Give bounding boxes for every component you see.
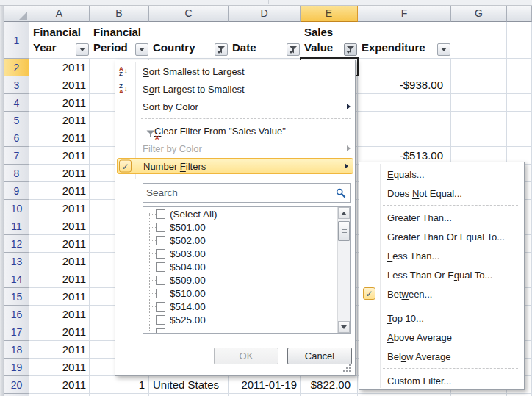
row-header-11[interactable]: 11 <box>4 217 29 235</box>
submenu-item-top-10[interactable]: Top 10... <box>359 309 524 328</box>
scroll-thumb[interactable] <box>338 221 350 241</box>
cancel-button[interactable]: Cancel <box>287 348 352 364</box>
cell-A11[interactable]: 2011 <box>30 217 90 234</box>
cell-A4[interactable]: 2011 <box>30 94 90 111</box>
resize-grip[interactable] <box>343 364 352 373</box>
filter-value-item[interactable]: $501.00 <box>143 220 337 234</box>
cell-A9[interactable]: 2011 <box>30 182 90 199</box>
header-cell-C[interactable]: Country <box>150 22 229 58</box>
filter-dropdown-button-F[interactable] <box>437 43 450 56</box>
cell-A3[interactable]: 2011 <box>30 76 90 93</box>
checkbox-unchecked-icon[interactable] <box>156 302 165 312</box>
cell-E20[interactable]: $822.00 <box>301 376 358 393</box>
cell-A20[interactable]: 2011 <box>30 376 90 393</box>
row-header-15[interactable]: 15 <box>4 288 29 306</box>
checkbox-unchecked-icon[interactable] <box>156 236 165 245</box>
checkbox-unchecked-icon[interactable] <box>156 289 165 298</box>
row-header-12[interactable]: 12 <box>4 235 29 253</box>
submenu-item-equals[interactable]: Equals... <box>359 165 524 184</box>
checkbox-unchecked-icon[interactable] <box>156 276 165 285</box>
cell-D20[interactable]: 2011-01-19 <box>229 376 301 393</box>
submenu-item-less-than[interactable]: Less Than... <box>359 246 524 265</box>
column-header-F[interactable]: F <box>358 6 451 22</box>
scroll-down-button[interactable] <box>338 321 350 333</box>
filter-dropdown-button-A[interactable] <box>76 43 89 56</box>
submenu-item-does-not-equal[interactable]: Does Not Equal... <box>359 184 524 203</box>
menu-item-clear-filter[interactable]: ×Clear Filter From "Sales Value" <box>115 122 355 140</box>
row-header-16[interactable]: 16 <box>4 306 29 323</box>
checkbox-unchecked-icon[interactable] <box>156 328 165 334</box>
cell-A18[interactable]: 2011 <box>30 341 90 358</box>
submenu-item-less-than-or-equal-to[interactable]: Less Than Or Equal To... <box>359 265 524 284</box>
row-header-4[interactable]: 4 <box>4 94 29 112</box>
checkbox-unchecked-icon[interactable] <box>156 209 165 219</box>
cell-F3[interactable]: -$938.00 <box>359 76 451 93</box>
filter-applied-button-C[interactable] <box>215 43 228 56</box>
row-header-5[interactable]: 5 <box>4 112 29 129</box>
row-header-19[interactable]: 19 <box>4 359 29 376</box>
row-header-6[interactable]: 6 <box>4 129 29 147</box>
filter-value-item[interactable]: (Select All) <box>143 207 337 220</box>
row-header-3[interactable]: 3 <box>4 76 29 94</box>
column-header-C[interactable]: C <box>149 6 229 22</box>
filter-value-item[interactable]: $514.00 <box>143 300 337 313</box>
header-cell-D[interactable]: Date <box>229 22 301 58</box>
cell-A2[interactable]: 2011 <box>30 59 90 76</box>
filter-dropdown-button-B[interactable] <box>135 43 148 56</box>
filter-value-item[interactable]: $509.00 <box>143 273 337 287</box>
checkbox-unchecked-icon[interactable] <box>156 223 165 232</box>
menu-item-number-filters[interactable]: ✓Number Filters <box>117 158 353 174</box>
cell-A12[interactable]: 2011 <box>30 235 90 252</box>
search-input[interactable] <box>143 187 336 198</box>
filter-applied-button-E[interactable] <box>344 43 357 56</box>
scrollbar[interactable] <box>337 207 350 333</box>
select-all-corner[interactable] <box>4 6 29 22</box>
cell-A5[interactable]: 2011 <box>30 112 90 129</box>
cell-A10[interactable]: 2011 <box>30 200 90 217</box>
cell-A13[interactable]: 2011 <box>30 253 90 270</box>
submenu-item-below-average[interactable]: Below Average <box>359 347 524 366</box>
row-header-2[interactable]: 2 <box>4 59 29 76</box>
row-header-17[interactable]: 17 <box>4 323 29 341</box>
cell-A17[interactable]: 2011 <box>30 323 90 340</box>
filter-value-item-partial[interactable] <box>143 326 337 334</box>
submenu-item-custom-filter[interactable]: Custom Filter... <box>359 371 524 390</box>
column-header-partial[interactable] <box>507 6 532 22</box>
filter-value-item[interactable]: $504.00 <box>143 260 337 273</box>
column-header-A[interactable]: A <box>29 6 90 22</box>
submenu-item-above-average[interactable]: Above Average <box>359 328 524 347</box>
row-header-18[interactable]: 18 <box>4 341 29 359</box>
filter-value-item[interactable]: $502.00 <box>143 234 337 247</box>
submenu-item-greater-than-or-equal-to[interactable]: Greater Than Or Equal To... <box>359 227 524 246</box>
row-header-8[interactable]: 8 <box>4 165 29 182</box>
cell-A7[interactable]: 2011 <box>30 147 90 164</box>
row-header-20[interactable]: 20 <box>4 376 29 394</box>
cell-C20[interactable]: United States <box>150 376 229 393</box>
menu-item-sort-by-color[interactable]: Sort by Color <box>115 98 355 115</box>
checkbox-unchecked-icon[interactable] <box>156 315 165 325</box>
row-header-13[interactable]: 13 <box>4 253 29 270</box>
column-header-G[interactable]: G <box>451 6 507 22</box>
row-header-1[interactable]: 1 <box>4 22 29 59</box>
row-header-9[interactable]: 9 <box>4 182 29 200</box>
cell-A16[interactable]: 2011 <box>30 306 90 323</box>
row-header-14[interactable]: 14 <box>4 270 29 288</box>
menu-item-filter-by-color[interactable]: Filter by Color <box>115 140 355 157</box>
menu-item-sort-smallest-to-largest[interactable]: AZ↓Sort Smallest to Largest <box>115 62 355 80</box>
cell-A15[interactable]: 2011 <box>30 288 90 305</box>
cell-B20[interactable]: 1 <box>90 376 149 393</box>
column-header-B[interactable]: B <box>90 6 149 22</box>
scroll-up-button[interactable] <box>338 207 350 219</box>
cell-A19[interactable]: 2011 <box>30 359 90 375</box>
cell-A14[interactable]: 2011 <box>30 270 90 287</box>
filter-value-item[interactable]: $503.00 <box>143 247 337 260</box>
header-cell-E[interactable]: SalesValue <box>301 22 358 58</box>
header-cell-F[interactable]: Expenditure <box>359 22 451 58</box>
column-header-D[interactable]: D <box>229 6 301 22</box>
cell-A8[interactable]: 2011 <box>30 165 90 181</box>
checkbox-unchecked-icon[interactable] <box>156 262 165 272</box>
submenu-item-between[interactable]: ✓Between... <box>359 284 524 303</box>
filter-applied-button-D[interactable] <box>287 43 300 56</box>
checkbox-unchecked-icon[interactable] <box>156 249 165 259</box>
column-header-E[interactable]: E <box>301 6 358 22</box>
